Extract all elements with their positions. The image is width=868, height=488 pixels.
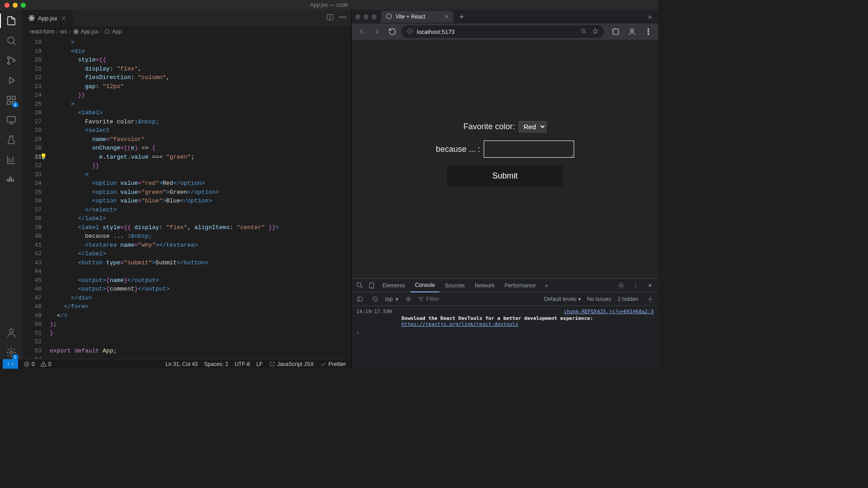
bookmark-icon[interactable] [592,28,599,36]
tab-network[interactable]: Network [470,279,499,292]
extensions-icon[interactable]: 4 [5,94,18,107]
lightbulb-icon[interactable]: 💡 [40,153,47,162]
svg-rect-10 [9,179,11,181]
close-window[interactable] [5,3,9,8]
browser-close[interactable] [355,14,360,19]
svg-rect-27 [105,30,109,33]
browser-tab[interactable]: Vite + React ✕ [381,11,453,23]
testing-icon[interactable] [5,134,18,146]
console-prompt[interactable]: › [356,330,654,336]
minimize-window[interactable] [13,3,18,8]
console-settings-icon[interactable] [645,294,656,305]
tab-overflow-icon[interactable]: » [645,13,655,21]
favicon-icon [386,13,392,21]
chevron-down-icon: ▾ [396,296,398,302]
indentation[interactable]: Spaces: 2 [204,361,228,367]
gear-icon[interactable]: 1 [5,346,18,359]
browser-toolbar: localhost:5173 [352,23,658,40]
tab-console[interactable]: Console [410,279,439,292]
debug-icon[interactable] [5,74,18,87]
tab-performance[interactable]: Performance [500,279,540,292]
extensions-icon[interactable] [609,25,622,38]
filter-input[interactable] [418,296,462,302]
browser-minimize[interactable] [363,14,368,19]
svg-point-21 [342,17,343,18]
code-content[interactable]: > <div style={{ display: "flex", flexDir… [50,37,351,359]
zoom-icon[interactable] [580,28,587,36]
crumb-symbol: App [104,28,122,35]
context-selector[interactable]: top ▾ [385,296,398,302]
browser-maximize[interactable] [372,14,377,19]
url-text: localhost:5173 [417,28,455,35]
issues-count[interactable]: No Issues [587,296,611,302]
code-editor[interactable]: 1819202122232425262728293031323334353637… [23,37,351,359]
more-tabs-icon[interactable]: » [541,280,552,291]
account-icon[interactable] [5,326,18,339]
forward-button[interactable] [371,25,383,38]
menu-icon[interactable] [642,25,655,38]
svg-rect-12 [9,177,11,179]
hidden-count[interactable]: 2 hidden [618,296,638,302]
language-mode[interactable]: JavaScript JSX [269,361,314,367]
warnings-count[interactable]: 0 [40,361,52,367]
devtools-settings-icon[interactable] [616,280,627,291]
profile-icon[interactable] [626,25,638,38]
eol[interactable]: LF [256,361,263,367]
svg-rect-6 [7,101,10,104]
back-button[interactable] [355,25,368,38]
tab-elements[interactable]: Elements [378,279,410,292]
file-tab[interactable]: App.jsx [23,10,73,26]
cursor-position[interactable]: Ln 31, Col 43 [165,361,198,367]
search-icon[interactable] [5,34,18,47]
remote-indicator[interactable] [3,359,18,369]
devtools-menu-icon[interactable]: ⋮ [630,280,641,291]
tab-sources[interactable]: Sources [440,279,469,292]
svg-rect-5 [12,96,15,99]
breadcrumb[interactable]: react-form › src › App.jsx › App [23,26,351,37]
sidebar-toggle-icon[interactable] [354,294,365,305]
remote-icon[interactable] [5,114,18,127]
browser-tab-title: Vite + React [396,14,425,20]
split-editor-icon[interactable] [326,13,334,23]
close-tab-icon[interactable]: ✕ [444,14,449,20]
color-select[interactable]: Red [519,121,547,132]
settings-badge: 1 [12,354,19,360]
new-tab-button[interactable]: + [456,11,467,22]
svg-point-20 [340,17,341,18]
source-control-icon[interactable] [5,54,18,67]
vscode-window: 4 1 App.jsx react-for [0,10,352,369]
reload-button[interactable] [386,25,399,38]
encoding[interactable]: UTF-8 [235,361,250,367]
crumb-folder: src [60,28,67,35]
explorer-icon[interactable] [5,14,18,27]
log-levels[interactable]: Default levels ▾ [544,296,580,302]
site-info-icon[interactable] [407,28,413,36]
more-actions-icon[interactable] [339,13,347,23]
extensions-badge: 4 [12,102,19,108]
submit-button[interactable]: Submit [447,166,563,186]
log-message: Download the React DevTools for a better… [401,315,593,321]
line-gutter: 1819202122232425262728293031323334353637… [23,37,50,359]
chart-icon[interactable] [5,154,18,166]
log-source-link[interactable]: chunk-REFQX4J5.js?v=661468a2:3 [564,309,654,314]
log-link[interactable]: https://reactjs.org/link/react-devtools [401,321,518,327]
why-textarea[interactable] [484,141,574,158]
docker-icon[interactable] [5,174,18,186]
errors-count[interactable]: 0 [24,361,35,367]
prettier-status[interactable]: Prettier [320,361,346,367]
clear-console-icon[interactable] [370,294,381,305]
devtools-close-icon[interactable]: ✕ [645,280,656,291]
inspect-icon[interactable] [354,280,365,291]
svg-point-22 [344,17,345,18]
maximize-window[interactable] [21,3,26,8]
react-form: Favorite color: Red because ... : Submit [436,121,574,186]
console-output[interactable]: 14:19:17.590 chunk-REFQX4J5.js?v=661468a… [352,306,658,369]
svg-point-15 [31,18,33,19]
live-expression-icon[interactable] [403,294,414,305]
close-tab-icon[interactable] [60,14,67,22]
device-toggle-icon[interactable] [366,280,377,291]
svg-rect-9 [7,179,9,181]
svg-point-41 [407,298,409,300]
color-label: Favorite color: [463,122,515,131]
url-bar[interactable]: localhost:5173 [401,25,604,38]
